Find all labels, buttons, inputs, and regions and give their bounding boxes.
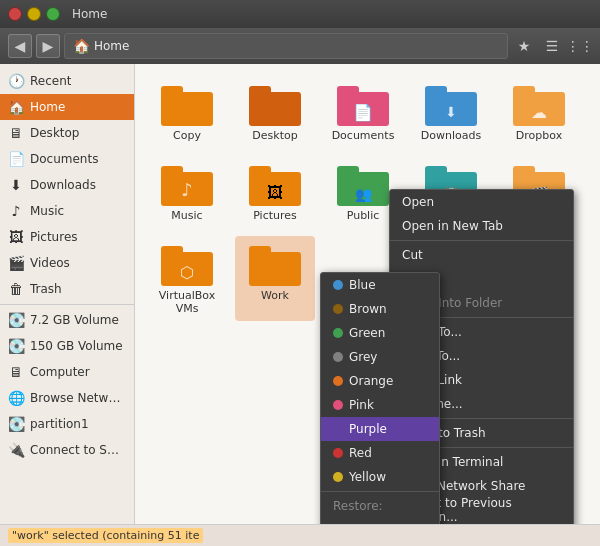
color-orange[interactable]: Orange [321,369,439,393]
connect-icon: 🔌 [8,442,24,458]
file-item-virtualbox[interactable]: VirtualBox VMs [147,236,227,321]
sidebar-item-vol2[interactable]: 💽 150 GB Volume [0,333,134,359]
titlebar: Home [0,0,600,28]
sidebar-item-home[interactable]: 🏠 Home [0,94,134,120]
sidebar-label-trash: Trash [30,282,62,296]
sidebar-item-connect[interactable]: 🔌 Connect to Server [0,437,134,463]
file-item-pictures[interactable]: Pictures [235,156,315,228]
forward-button[interactable]: ▶ [36,34,60,58]
color-dot-blue [333,280,343,290]
sidebar-label-vol1: 7.2 GB Volume [30,313,119,327]
sidebar-label-desktop: Desktop [30,126,80,140]
file-label-desktop: Desktop [252,129,297,142]
ctx-cut[interactable]: Cut [390,243,573,267]
vol2-icon: 💽 [8,338,24,354]
color-blue[interactable]: Blue [321,273,439,297]
sidebar-item-network[interactable]: 🌐 Browse Network [0,385,134,411]
file-item-music[interactable]: Music [147,156,227,228]
folder-pictures-icon [249,162,301,206]
file-label-pictures: Pictures [253,209,297,222]
file-item-copy[interactable]: Copy [147,76,227,148]
ctx-open[interactable]: Open [390,190,573,214]
folder-dropbox-icon [513,82,565,126]
color-dot-grey [333,352,343,362]
sidebar-label-vol2: 150 GB Volume [30,339,123,353]
bookmark-button[interactable]: ★ [512,34,536,58]
folder-copy-icon [161,82,213,126]
sidebar-label-partition: partition1 [30,417,89,431]
file-item-documents[interactable]: Documents [323,76,403,148]
window-title: Home [72,7,107,21]
sidebar-item-videos[interactable]: 🎬 Videos [0,250,134,276]
ctx-divider-1 [390,240,573,241]
sidebar-item-music[interactable]: ♪ Music [0,198,134,224]
sidebar-item-recent[interactable]: 🕐 Recent [0,68,134,94]
file-label-virtualbox: VirtualBox VMs [151,289,223,315]
vol1-icon: 💽 [8,312,24,328]
color-dot-green [333,328,343,338]
color-dot-orange [333,376,343,386]
color-yellow[interactable]: Yellow [321,465,439,489]
color-dot-yellow [333,472,343,482]
folder-desktop-icon [249,82,301,126]
sidebar-label-videos: Videos [30,256,70,270]
sidebar-item-pictures[interactable]: 🖼 Pictures [0,224,134,250]
sub-divider-restore [321,491,439,492]
minimize-button[interactable] [27,7,41,21]
color-green[interactable]: Green [321,321,439,345]
sidebar-item-trash[interactable]: 🗑 Trash [0,276,134,302]
sidebar-item-documents[interactable]: 📄 Documents [0,146,134,172]
file-label-public: Public [347,209,380,222]
folder-music-icon [161,162,213,206]
folder-downloads-icon [425,82,477,126]
file-label-dropbox: Dropbox [516,129,562,142]
color-dot-purple [333,424,343,434]
color-submenu: Blue Brown Green Grey Orange Pink [320,272,440,524]
sidebar-item-computer[interactable]: 🖥 Computer [0,359,134,385]
breadcrumb-text: Home [94,39,129,53]
home-sidebar-icon: 🏠 [8,99,24,115]
main-layout: 🕐 Recent 🏠 Home 🖥 Desktop 📄 Documents ⬇ … [0,64,600,524]
color-purple[interactable]: Purple [321,417,439,441]
color-red[interactable]: Red [321,441,439,465]
file-label-work: Work [261,289,289,302]
sidebar-item-partition[interactable]: 💽 partition1 [0,411,134,437]
ctx-open-new-tab[interactable]: Open in New Tab [390,214,573,238]
list-view-button[interactable]: ☰ [540,34,564,58]
file-area: Copy Desktop Documents Downloads [135,64,600,524]
color-brown[interactable]: Brown [321,297,439,321]
sidebar-item-vol1[interactable]: 💽 7.2 GB Volume [0,307,134,333]
color-grey[interactable]: Grey [321,345,439,369]
window-controls [8,7,60,21]
back-button[interactable]: ◀ [8,34,32,58]
file-label-downloads: Downloads [421,129,481,142]
folder-public-icon [337,162,389,206]
file-label-music: Music [171,209,202,222]
file-label-documents: Documents [332,129,395,142]
sidebar-label-computer: Computer [30,365,90,379]
color-default[interactable]: Default [321,518,439,524]
videos-icon: 🎬 [8,255,24,271]
downloads-icon: ⬇ [8,177,24,193]
sidebar-label-music: Music [30,204,64,218]
color-pink[interactable]: Pink [321,393,439,417]
folder-work-icon [249,242,301,286]
file-item-work[interactable]: Work [235,236,315,321]
sidebar-label-downloads: Downloads [30,178,96,192]
sidebar-item-desktop[interactable]: 🖥 Desktop [0,120,134,146]
sidebar-label-pictures: Pictures [30,230,78,244]
close-button[interactable] [8,7,22,21]
file-item-desktop[interactable]: Desktop [235,76,315,148]
grid-view-button[interactable]: ⋮⋮ [568,34,592,58]
color-dot-brown [333,304,343,314]
maximize-button[interactable] [46,7,60,21]
statusbar: "work" selected (containing 51 ite [0,524,600,546]
trash-icon: 🗑 [8,281,24,297]
file-item-downloads[interactable]: Downloads [411,76,491,148]
file-item-dropbox[interactable]: Dropbox [499,76,579,148]
statusbar-text: "work" selected (containing 51 ite [8,528,203,543]
recent-icon: 🕐 [8,73,24,89]
sidebar-item-downloads[interactable]: ⬇ Downloads [0,172,134,198]
folder-documents-icon [337,82,389,126]
home-icon: 🏠 [73,38,90,54]
